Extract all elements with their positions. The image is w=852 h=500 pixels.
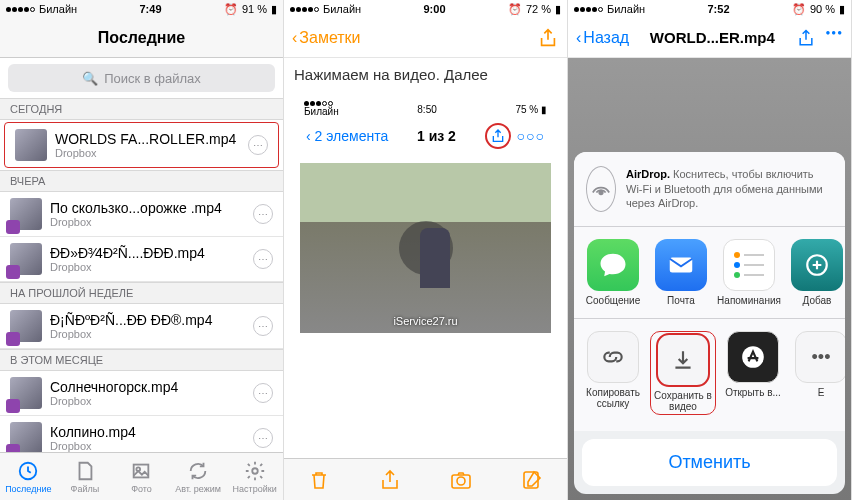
- file-thumbnail: [10, 310, 42, 342]
- file-thumbnail: [10, 198, 42, 230]
- section-header: НА ПРОШЛОЙ НЕДЕЛЕ: [0, 282, 283, 304]
- tab-bar: Последние Файлы Фото Авт. режим Настройк…: [0, 452, 283, 500]
- airdrop-row[interactable]: AirDrop. Коснитесь, чтобы включить Wi-Fi…: [574, 152, 845, 227]
- tab-label: Настройки: [233, 484, 277, 494]
- action-copy-link[interactable]: Копировать ссылку: [582, 331, 644, 415]
- more-icon[interactable]: ○○○: [517, 128, 545, 144]
- action-more[interactable]: ••• Е: [790, 331, 845, 415]
- page-title: WORLD...ER.mp4: [629, 29, 795, 46]
- messages-icon: [587, 239, 639, 291]
- section-header: СЕГОДНЯ: [0, 98, 283, 120]
- notes-toolbar: [284, 458, 567, 500]
- action-save-video[interactable]: Сохранить в видео: [650, 331, 716, 415]
- watermark: iService27.ru: [393, 315, 457, 327]
- airdrop-icon: [586, 166, 616, 212]
- nav-bar: ‹ Назад WORLD...ER.mp4 ●●●: [568, 18, 851, 58]
- file-row[interactable]: ÐÐ»Ð³⁄4Ð²Ñ....ÐÐÐ.mp4 Dropbox ⋯: [0, 237, 283, 282]
- action-open-in[interactable]: Открыть в...: [722, 331, 784, 415]
- file-row[interactable]: По скользко...орожке .mp4 Dropbox ⋯: [0, 192, 283, 237]
- tab-settings[interactable]: Настройки: [226, 453, 283, 500]
- more-icon[interactable]: ⋯: [253, 204, 273, 224]
- clock: 7:52: [708, 3, 730, 15]
- share-app-messages[interactable]: Сообщение: [582, 239, 644, 306]
- share-icon[interactable]: [378, 468, 402, 492]
- trash-icon[interactable]: [307, 468, 331, 492]
- more-icon[interactable]: ●●●: [826, 28, 844, 48]
- mail-icon: [655, 239, 707, 291]
- battery-icon: ▮: [271, 3, 277, 16]
- more-action-icon: •••: [795, 331, 845, 383]
- inner-back-button[interactable]: ‹ 2 элемента: [306, 128, 388, 144]
- share-app-mail[interactable]: Почта: [650, 239, 712, 306]
- battery-label: 91 %: [242, 3, 267, 15]
- camera-icon[interactable]: [449, 468, 473, 492]
- file-row[interactable]: WORLDS FA...ROLLER.mp4 Dropbox ⋯: [4, 122, 279, 168]
- tab-photos[interactable]: Фото: [113, 453, 170, 500]
- nav-bar: ‹ Заметки: [284, 18, 567, 58]
- save-video-icon: [657, 334, 709, 386]
- back-label: Назад: [583, 29, 629, 47]
- share-sheet: AirDrop. Коснитесь, чтобы включить Wi-Fi…: [574, 152, 845, 494]
- inner-carrier: Билайн: [304, 106, 339, 117]
- battery-icon: ▮: [839, 3, 845, 16]
- inner-counter: 1 из 2: [417, 128, 456, 144]
- share-icon[interactable]: [490, 128, 506, 144]
- carrier-label: Билайн: [39, 3, 77, 15]
- carrier-label: Билайн: [323, 3, 361, 15]
- file-source: Dropbox: [50, 328, 245, 340]
- tab-recent[interactable]: Последние: [0, 453, 57, 500]
- battery-label: 90 %: [810, 3, 835, 15]
- share-app-label: Сообщение: [586, 295, 640, 306]
- share-app-more[interactable]: Добав: [786, 239, 845, 306]
- link-icon: [587, 331, 639, 383]
- file-icon: [73, 460, 97, 482]
- back-label: Заметки: [299, 29, 360, 47]
- search-input[interactable]: 🔍 Поиск в файлах: [8, 64, 275, 92]
- back-button[interactable]: ‹ Заметки: [292, 29, 361, 47]
- inner-status-bar: Билайн 8:50 75 % ▮: [300, 99, 551, 119]
- search-icon: 🔍: [82, 71, 98, 86]
- file-source: Dropbox: [50, 216, 245, 228]
- back-button[interactable]: ‹ Назад: [576, 29, 629, 47]
- tab-files[interactable]: Файлы: [57, 453, 114, 500]
- file-row[interactable]: Солнечногорск.mp4 Dropbox ⋯: [0, 371, 283, 416]
- cancel-button[interactable]: Отменить: [582, 439, 837, 486]
- cancel-wrap: Отменить: [574, 431, 845, 494]
- tab-label: Фото: [131, 484, 152, 494]
- share-button[interactable]: [537, 27, 559, 49]
- file-thumbnail: [15, 129, 47, 161]
- video-preview[interactable]: iService27.ru: [300, 163, 551, 333]
- sync-icon: [186, 460, 210, 482]
- phone-2-notes: Билайн 9:00 ⏰ 72 % ▮ ‹ Заметки Нажимаем …: [284, 0, 568, 500]
- signal-dots-icon: [574, 7, 603, 12]
- more-icon[interactable]: ⋯: [253, 249, 273, 269]
- gear-icon: [243, 460, 267, 482]
- svg-point-7: [599, 191, 603, 195]
- chevron-left-icon: ‹: [292, 29, 297, 47]
- appstore-icon: [727, 331, 779, 383]
- file-row[interactable]: Ð¡ÑÐºÐ²Ñ...ÐÐ ÐÐ®.mp4 Dropbox ⋯: [0, 304, 283, 349]
- compose-icon[interactable]: [520, 468, 544, 492]
- carrier-label: Билайн: [607, 3, 645, 15]
- status-bar: Билайн 9:00 ⏰ 72 % ▮: [284, 0, 567, 18]
- more-icon[interactable]: ⋯: [253, 383, 273, 403]
- phone-3-share-sheet: Билайн 7:52 ⏰ 90 % ▮ ‹ Назад WORLD...ER.…: [568, 0, 852, 500]
- more-icon[interactable]: ⋯: [253, 428, 273, 448]
- tab-label: Последние: [5, 484, 51, 494]
- share-app-reminders[interactable]: Напоминания: [718, 239, 780, 306]
- file-name: WORLDS FA...ROLLER.mp4: [55, 131, 240, 147]
- note-text[interactable]: Нажимаем на видео. Далее: [284, 58, 567, 91]
- more-icon[interactable]: ⋯: [253, 316, 273, 336]
- phone-1-files-recent: Билайн 7:49 ⏰ 91 % ▮ Последние 🔍 Поиск в…: [0, 0, 284, 500]
- nav-bar: Последние: [0, 18, 283, 58]
- tab-auto[interactable]: Авт. режим: [170, 453, 227, 500]
- file-source: Dropbox: [50, 395, 245, 407]
- status-bar: Билайн 7:49 ⏰ 91 % ▮: [0, 0, 283, 18]
- more-icon[interactable]: ⋯: [248, 135, 268, 155]
- action-label: Сохранить в видео: [653, 390, 713, 412]
- share-icon[interactable]: [796, 28, 816, 48]
- inner-nav: ‹ 2 элемента 1 из 2 ○○○: [300, 119, 551, 153]
- signal-dots-icon: [290, 7, 319, 12]
- share-app-label: Почта: [667, 295, 695, 306]
- cancel-label: Отменить: [668, 452, 750, 472]
